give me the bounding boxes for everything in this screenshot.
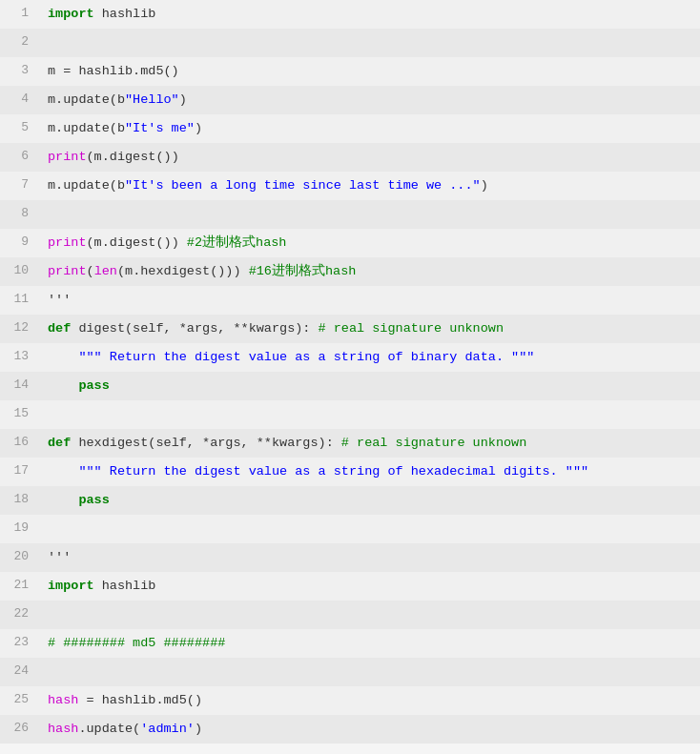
code-editor: 1import hashlib23m = hashlib.md5()4m.upd…	[0, 0, 700, 754]
line-number: 3	[0, 57, 38, 86]
line-number: 17	[0, 458, 38, 486]
line-content	[38, 515, 700, 543]
line-content: """ Return the digest value as a string …	[38, 343, 700, 372]
line-content: m = hashlib.md5()	[38, 57, 700, 86]
line-content	[38, 400, 700, 429]
line-content: m.update(b"Hello")	[38, 86, 700, 114]
code-line: 1import hashlib	[0, 0, 700, 29]
line-content: hash.update('admin')	[38, 715, 700, 744]
code-line: 13 """ Return the digest value as a stri…	[0, 343, 700, 372]
line-content: '''	[38, 543, 700, 572]
code-line: 15	[0, 400, 700, 429]
line-content: import hashlib	[38, 572, 700, 601]
line-number: 25	[0, 686, 38, 715]
code-line: 22	[0, 601, 700, 629]
line-number: 16	[0, 429, 38, 458]
line-number: 24	[0, 658, 38, 686]
line-number: 22	[0, 601, 38, 629]
line-number: 12	[0, 315, 38, 343]
code-line: 11'''	[0, 286, 700, 315]
line-content: m.update(b"It's been a long time since l…	[38, 172, 700, 200]
line-content	[38, 601, 700, 629]
code-line: 26hash.update('admin')	[0, 715, 700, 744]
line-number: 4	[0, 86, 38, 114]
code-line: 8	[0, 200, 700, 229]
code-line: 23# ######## md5 ########	[0, 629, 700, 658]
line-number: 1	[0, 0, 38, 29]
line-number: 19	[0, 515, 38, 543]
line-content: def digest(self, *args, **kwargs): # rea…	[38, 315, 700, 343]
line-number: 11	[0, 286, 38, 315]
line-content: # ######## md5 ########	[38, 629, 700, 658]
line-number: 5	[0, 114, 38, 143]
code-line: 18 pass	[0, 486, 700, 515]
code-line: 5m.update(b"It's me")	[0, 114, 700, 143]
line-number: 20	[0, 543, 38, 572]
line-number: 21	[0, 572, 38, 601]
line-content: m.update(b"It's me")	[38, 114, 700, 143]
code-line: 4m.update(b"Hello")	[0, 86, 700, 114]
line-number: 14	[0, 372, 38, 400]
code-line: 25hash = hashlib.md5()	[0, 686, 700, 715]
code-line: 10print(len(m.hexdigest())) #16进制格式hash	[0, 257, 700, 286]
line-number: 15	[0, 400, 38, 429]
line-number: 2	[0, 29, 38, 57]
line-content: def hexdigest(self, *args, **kwargs): # …	[38, 429, 700, 458]
line-number: 26	[0, 715, 38, 744]
line-number: 8	[0, 200, 38, 229]
line-content: import hashlib	[38, 0, 700, 29]
line-content: '''	[38, 286, 700, 315]
code-line: 12def digest(self, *args, **kwargs): # r…	[0, 315, 700, 343]
line-content	[38, 200, 700, 229]
code-line: 20'''	[0, 543, 700, 572]
line-content: pass	[38, 486, 700, 515]
code-line: 7m.update(b"It's been a long time since …	[0, 172, 700, 200]
code-line: 21import hashlib	[0, 572, 700, 601]
code-line: 6print(m.digest())	[0, 143, 700, 172]
line-number: 13	[0, 343, 38, 372]
line-content: pass	[38, 372, 700, 400]
code-line: 16def hexdigest(self, *args, **kwargs): …	[0, 429, 700, 458]
code-line: 14 pass	[0, 372, 700, 400]
code-line: 19	[0, 515, 700, 543]
line-number: 6	[0, 143, 38, 172]
line-number: 18	[0, 486, 38, 515]
line-content: print(m.digest()) #2进制格式hash	[38, 229, 700, 257]
line-content	[38, 29, 700, 57]
code-line: 9print(m.digest()) #2进制格式hash	[0, 229, 700, 257]
line-content: hash = hashlib.md5()	[38, 686, 700, 715]
line-content	[38, 658, 700, 686]
line-content: print(len(m.hexdigest())) #16进制格式hash	[38, 257, 700, 286]
line-number: 9	[0, 229, 38, 257]
line-content: """ Return the digest value as a string …	[38, 458, 700, 486]
code-line: 24	[0, 658, 700, 686]
code-line: 17 """ Return the digest value as a stri…	[0, 458, 700, 486]
code-line: 3m = hashlib.md5()	[0, 57, 700, 86]
line-content: print(m.digest())	[38, 143, 700, 172]
line-number: 7	[0, 172, 38, 200]
code-line: 2	[0, 29, 700, 57]
line-number: 10	[0, 257, 38, 286]
line-number: 23	[0, 629, 38, 658]
